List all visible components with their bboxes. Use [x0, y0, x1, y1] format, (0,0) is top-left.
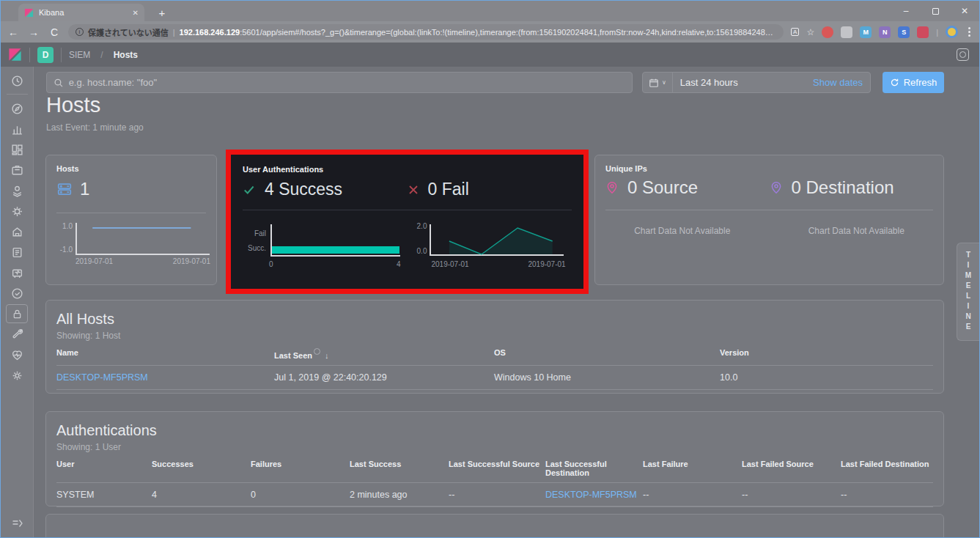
host-name-link[interactable]: DESKTOP-MF5PRSM	[56, 372, 274, 383]
main-content: ∨ Last 24 hours Show dates Refresh Hosts…	[34, 67, 979, 537]
window-restore-button[interactable]	[921, 1, 950, 21]
kibana-logo[interactable]	[8, 48, 22, 62]
check-icon	[243, 183, 256, 196]
auth-bar-chart: Fail Succ. 0 4	[244, 222, 403, 270]
kibana-sidenav	[1, 67, 34, 537]
refresh-label: Refresh	[904, 77, 937, 88]
bookmark-star-icon[interactable]: ☆	[806, 27, 814, 37]
space-badge[interactable]: D	[37, 47, 54, 63]
extension-icon[interactable]	[822, 26, 833, 38]
site-info-icon[interactable]: i	[75, 28, 84, 36]
sidebar-item-logs[interactable]	[1, 242, 34, 262]
source-ips-stat: 0 Source	[605, 177, 770, 198]
auth-success-stat: 4 Success	[243, 180, 408, 199]
destination-ips-value: 0 Destination	[792, 177, 894, 198]
toolbar-divider: |	[936, 28, 938, 37]
destination-ips-stat: 0 Destination	[770, 177, 934, 198]
url-text: 192.168.246.129:5601/app/siem#/hosts?_g=…	[180, 28, 777, 37]
header-divider	[29, 48, 30, 62]
sidebar-item-maps[interactable]	[1, 180, 34, 201]
back-button[interactable]: ←	[7, 26, 20, 38]
sidebar-item-machine-learning[interactable]	[1, 201, 34, 221]
partial-panel	[45, 514, 944, 538]
kibana-favicon	[24, 8, 34, 18]
search-input[interactable]	[69, 77, 625, 88]
x-tick: 2019-07-01	[173, 257, 210, 265]
extension-icon[interactable]	[917, 26, 929, 38]
last-seen-cell: Jul 1, 2019 @ 22:40:20.129	[274, 372, 494, 383]
col-version: Version	[720, 348, 933, 360]
unique-ips-kpi-panel: Unique IPs 0 Source 0 Destination Chart …	[594, 155, 944, 285]
sidebar-item-dashboard[interactable]	[1, 139, 34, 160]
last-failed-destination-cell: --	[841, 490, 933, 500]
extension-icon[interactable]	[841, 26, 852, 38]
profile-avatar[interactable]	[946, 26, 958, 38]
col-last-failure: Last Failure	[643, 460, 742, 477]
chart-empty-message: Chart Data Not Available	[770, 226, 944, 236]
last-success-cell: 2 minutes ago	[350, 490, 449, 500]
all-hosts-table-header: Name Last Seen↓ OS Version	[56, 341, 933, 366]
col-last-failed-destination: Last Failed Destination	[841, 460, 933, 477]
url-rest: :5601/app/siem#/hosts?_g=()&timerange=(g…	[240, 28, 776, 37]
highlight-box: User Authentications 4 Success 0 Fail	[226, 150, 589, 294]
sidebar-item-apm[interactable]	[1, 262, 34, 283]
date-range-label[interactable]: Last 24 hours	[673, 77, 806, 88]
col-successes: Successes	[152, 460, 251, 477]
col-last-failed-source: Last Failed Source	[742, 460, 841, 477]
refresh-icon	[890, 78, 899, 87]
forward-button[interactable]: →	[27, 26, 40, 38]
browser-window: Kibana ✕ + – ✕ ← → C i 保護されていない通信 | 192.…	[0, 0, 980, 538]
browser-tab-kibana[interactable]: Kibana ✕	[18, 4, 144, 21]
breadcrumb-app[interactable]: SIEM	[69, 50, 90, 60]
tab-close-icon[interactable]: ✕	[133, 9, 139, 17]
hosts-count-value: 1	[80, 179, 89, 199]
col-last-seen[interactable]: Last Seen↓	[274, 348, 494, 360]
address-bar[interactable]: i 保護されていない通信 | 192.168.246.129:5601/app/…	[68, 24, 784, 40]
sidebar-item-canvas[interactable]	[1, 160, 34, 180]
col-user: User	[56, 460, 152, 477]
auth-kpi-title: User Authentications	[243, 165, 572, 174]
sidebar-item-discover[interactable]	[1, 98, 34, 119]
sidebar-item-monitoring[interactable]	[1, 344, 34, 365]
extension-icon[interactable]: N	[879, 26, 891, 38]
x-tick: 2019-07-01	[75, 257, 113, 265]
chevron-down-icon: ∨	[662, 79, 666, 86]
sidebar-item-infrastructure[interactable]	[1, 221, 34, 242]
reload-button[interactable]: C	[48, 26, 61, 38]
window-close-button[interactable]: ✕	[950, 1, 979, 21]
window-minimize-button[interactable]: –	[891, 1, 921, 21]
new-tab-button[interactable]: +	[153, 4, 171, 21]
map-pin-icon	[770, 181, 783, 194]
calendar-dropdown-button[interactable]: ∨	[643, 73, 673, 92]
security-label: 保護されていない通信	[88, 26, 169, 38]
user-cell: SYSTEM	[56, 490, 152, 500]
bar-x-tick: 4	[397, 260, 401, 268]
sidebar-item-dev-tools[interactable]	[1, 324, 34, 344]
sidenav-collapse-icon[interactable]	[1, 518, 34, 528]
fullscreen-toggle-icon[interactable]	[957, 48, 969, 61]
browser-menu-icon[interactable]	[965, 27, 973, 37]
timeline-tab[interactable]: TIMELINE	[957, 243, 979, 341]
sidebar-item-uptime[interactable]	[1, 283, 34, 303]
breadcrumb-page: Hosts	[114, 50, 138, 60]
col-name: Name	[56, 348, 274, 360]
last-successful-destination-link[interactable]: DESKTOP-MF5PRSM	[545, 490, 643, 500]
refresh-button[interactable]: Refresh	[883, 72, 944, 93]
show-dates-button[interactable]: Show dates	[806, 77, 870, 88]
recent-items-icon[interactable]	[1, 70, 34, 91]
area-y-tick: 2.0	[410, 222, 427, 230]
breadcrumb-separator: /	[100, 50, 103, 60]
extension-icon[interactable]: M	[860, 26, 872, 38]
sidebar-item-visualize[interactable]	[1, 119, 34, 139]
kql-search-field[interactable]	[46, 72, 633, 93]
extension-icon[interactable]: S	[898, 26, 910, 38]
authentications-table-header: User Successes Failures Last Success Las…	[56, 452, 933, 483]
y-tick: -1.0	[54, 246, 73, 254]
translate-icon[interactable]: A	[791, 28, 799, 36]
date-picker: ∨ Last 24 hours Show dates	[642, 72, 871, 93]
sidebar-item-management[interactable]	[1, 365, 34, 386]
sidebar-item-siem[interactable]	[1, 303, 34, 324]
authentications-title: Authentications	[56, 422, 933, 439]
info-icon	[314, 348, 320, 355]
calendar-icon	[649, 78, 659, 88]
